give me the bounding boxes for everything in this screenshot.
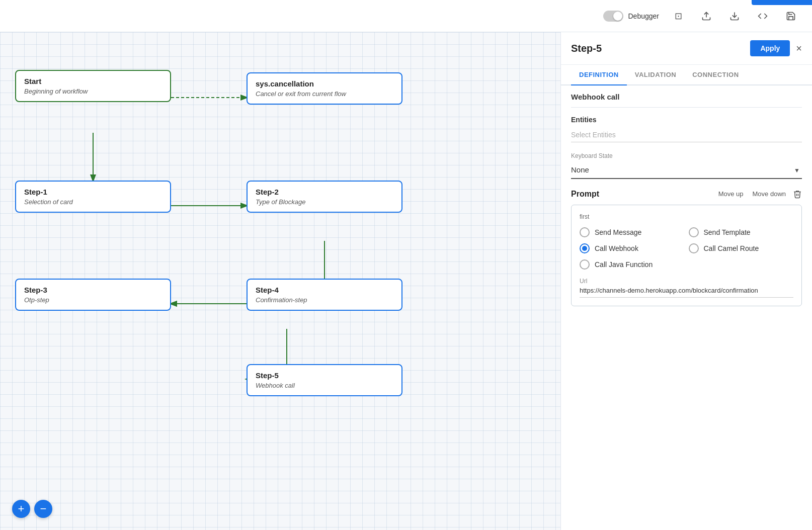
download-icon[interactable] [725, 7, 744, 25]
step4-node-title: Step-4 [256, 286, 393, 294]
step5-node[interactable]: Step-5 Webhook call [247, 364, 402, 396]
split-view-icon[interactable]: ⊡ [669, 7, 687, 25]
tab-connection[interactable]: CONNECTION [684, 65, 747, 84]
step4-node-subtitle: Confirmation-step [256, 296, 393, 304]
start-node[interactable]: Start Beginning of workflow [15, 70, 171, 102]
zoom-controls: + − [12, 500, 52, 518]
panel-title: Step-5 [571, 43, 602, 54]
apply-button[interactable]: Apply [750, 40, 790, 56]
start-node-subtitle: Beginning of workflow [24, 87, 162, 95]
step2-node-title: Step-2 [256, 188, 393, 196]
step3-node-subtitle: Otp-step [24, 296, 162, 304]
keyboard-state-select[interactable]: None Active Inactive [571, 161, 802, 179]
entities-group: Entities [571, 116, 802, 142]
debugger-label: Debugger [628, 12, 660, 20]
keyboard-state-select-wrapper: None Active Inactive ▼ [571, 161, 802, 179]
prompt-header: Prompt Move up Move down [571, 189, 802, 199]
step3-node-title: Step-3 [24, 286, 162, 294]
prompt-card-label: first [580, 213, 793, 220]
move-up-button[interactable]: Move up [716, 189, 746, 199]
syscancel-node-subtitle: Cancel or exit from current flow [256, 90, 393, 98]
delete-prompt-button[interactable] [793, 190, 802, 199]
panel-header: Step-5 Apply × [561, 32, 812, 65]
prompt-title: Prompt [571, 190, 599, 199]
step2-node[interactable]: Step-2 Type of Blockage [247, 181, 402, 213]
panel-header-actions: Apply × [750, 40, 802, 56]
toggle-thumb [613, 12, 622, 21]
radio-send-template[interactable]: Send Template [689, 227, 794, 237]
debugger-toggle-track[interactable] [603, 11, 623, 22]
step1-node-subtitle: Selection of card [24, 198, 162, 206]
entities-label: Entities [571, 116, 802, 124]
move-down-button[interactable]: Move down [751, 189, 788, 199]
radio-call-java-function-label: Call Java Function [595, 260, 653, 269]
radio-send-message-circle [580, 227, 590, 237]
url-section: Url https://channels-demo.herokuapp.com/… [580, 278, 793, 298]
zoom-in-button[interactable]: + [12, 500, 30, 518]
debugger-toggle[interactable]: Debugger [603, 11, 660, 22]
webhook-call-label: Webhook call [571, 85, 802, 108]
step4-node[interactable]: Step-4 Confirmation-step [247, 279, 402, 311]
step2-node-subtitle: Type of Blockage [256, 198, 393, 206]
radio-call-camel-route-label: Call Camel Route [704, 244, 759, 252]
prompt-section: Prompt Move up Move down [571, 189, 802, 306]
main-layout: Start Beginning of workflow sys.cancella… [0, 32, 812, 530]
zoom-out-button[interactable]: − [34, 500, 52, 518]
step1-node[interactable]: Step-1 Selection of card [15, 181, 171, 213]
step3-node[interactable]: Step-3 Otp-step [15, 279, 171, 311]
url-label: Url [580, 278, 793, 285]
save-icon[interactable] [782, 7, 800, 25]
radio-send-message-label: Send Message [595, 228, 641, 236]
prompt-actions: Move up Move down [716, 189, 802, 199]
panel-tabs: DEFINITION VALIDATION CONNECTION [561, 65, 812, 85]
syscancel-node-title: sys.cancellation [256, 79, 393, 88]
tab-definition[interactable]: DEFINITION [571, 65, 627, 84]
url-value: https://channels-demo.herokuapp.com/bloc… [580, 287, 793, 298]
step1-node-title: Step-1 [24, 188, 162, 196]
entities-input[interactable] [571, 128, 802, 142]
radio-group: Send Message Send Template Call Webhook [580, 227, 793, 270]
syscancel-node[interactable]: sys.cancellation Cancel or exit from cur… [247, 72, 402, 105]
top-bar: Debugger ⊡ [0, 0, 812, 32]
radio-call-webhook[interactable]: Call Webhook [580, 243, 685, 253]
radio-call-java-function[interactable]: Call Java Function [580, 259, 685, 270]
start-node-title: Start [24, 77, 162, 85]
radio-send-template-circle [689, 227, 699, 237]
right-panel: Step-5 Apply × DEFINITION VALIDATION CON… [560, 32, 812, 530]
radio-send-template-label: Send Template [704, 228, 751, 236]
step5-node-title: Step-5 [256, 371, 393, 380]
radio-call-webhook-circle [580, 243, 590, 253]
code-icon[interactable] [754, 7, 772, 25]
close-button[interactable]: × [796, 43, 802, 53]
radio-call-camel-route[interactable]: Call Camel Route [689, 243, 794, 253]
top-bar-accent [752, 0, 812, 5]
upload-icon[interactable] [697, 7, 715, 25]
radio-call-camel-route-circle [689, 243, 699, 253]
radio-call-java-function-circle [580, 259, 590, 270]
radio-call-webhook-label: Call Webhook [595, 244, 638, 252]
tab-validation[interactable]: VALIDATION [627, 65, 685, 84]
prompt-card: first Send Message Send Template [571, 205, 802, 306]
panel-content: Webhook call Entities Keyboard State Non… [561, 85, 812, 530]
keyboard-state-label: Keyboard State [571, 152, 802, 159]
keyboard-state-group: Keyboard State None Active Inactive ▼ [571, 152, 802, 179]
workflow-canvas[interactable]: Start Beginning of workflow sys.cancella… [0, 32, 560, 530]
radio-send-message[interactable]: Send Message [580, 227, 685, 237]
step5-node-subtitle: Webhook call [256, 382, 393, 389]
